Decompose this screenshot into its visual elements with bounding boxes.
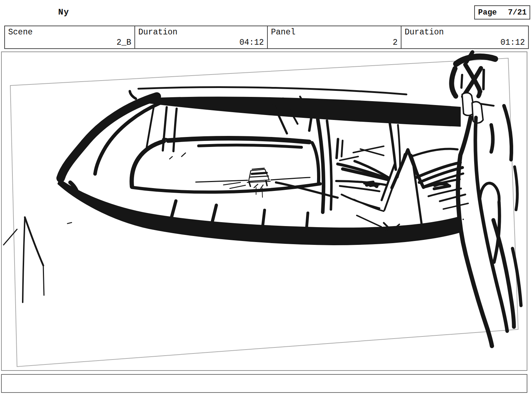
page-number-box: Page 7/21 — [474, 5, 530, 20]
caption-box — [1, 374, 527, 393]
panel-label: Panel — [271, 28, 295, 37]
scene-cell: Scene 2_B — [5, 26, 134, 48]
panel-value: 2 — [393, 38, 398, 47]
scene-label: Scene — [8, 28, 33, 37]
panel-duration-label: Duration — [405, 28, 444, 37]
scene-duration-value: 04:12 — [239, 38, 264, 47]
scene-duration-cell: Duration 04:12 — [134, 26, 267, 48]
page-title: Ny — [58, 7, 69, 17]
panel-cell: Panel 2 — [267, 26, 401, 48]
panel-duration-cell: Duration 01:12 — [401, 26, 528, 48]
scene-duration-label: Duration — [138, 28, 177, 37]
storyboard-panel-frame — [1, 51, 527, 371]
panel-duration-value: 01:12 — [500, 38, 525, 47]
page-label: Page — [478, 8, 497, 17]
storyboard-page: { "header": { "title": "Ny", "page_box":… — [0, 0, 532, 395]
info-row: Scene 2_B Duration 04:12 Panel 2 Duratio… — [4, 26, 529, 49]
page-value: 7/21 — [508, 8, 527, 17]
scene-value: 2_B — [117, 38, 131, 47]
